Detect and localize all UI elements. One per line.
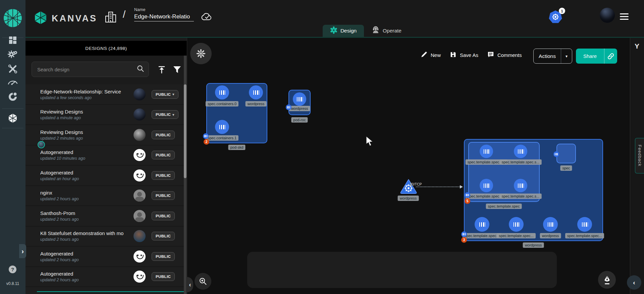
panel-expand-chevron[interactable]: › — [19, 244, 26, 258]
design-owner-avatar — [133, 190, 146, 202]
design-pinwheel-icon — [330, 26, 337, 35]
scrollbar-thumb[interactable] — [184, 84, 186, 178]
k8s-context-switcher[interactable]: 1 — [549, 10, 562, 25]
error-count-badge[interactable]: 5 — [465, 198, 470, 204]
visibility-badge[interactable]: PUBLIC — [152, 212, 175, 220]
design-list-item[interactable]: Autogenerated updated an hour ago PUBLIC — [25, 165, 184, 186]
panel-bottom-accent — [37, 291, 184, 292]
design-list-item[interactable]: Autogenerated updated 2 hours ago PUBLIC — [25, 246, 184, 267]
pod-kind-badge — [553, 151, 559, 157]
node-template-container[interactable] — [514, 179, 527, 192]
design-title: Edge-Network-Relationship: Service — [40, 89, 131, 94]
visibility-badge[interactable]: PUBLIC ▾ — [152, 90, 178, 99]
node-label: spec.template.spec.s... — [500, 159, 542, 165]
new-button[interactable]: New — [420, 51, 441, 59]
design-list-item[interactable]: Santhosh-Prom updated 2 hours ago PUBLIC — [25, 206, 184, 226]
sidebar-item-toolkit[interactable] — [7, 63, 18, 75]
cloud-saved-icon — [201, 12, 213, 23]
mouse-cursor — [366, 136, 374, 147]
sidebar-item-kanvas[interactable] — [7, 113, 18, 124]
node-container-1[interactable] — [215, 120, 229, 134]
container-icon — [478, 221, 486, 227]
design-list-item[interactable]: Autogenerated updated 2 hours ago PUBLIC — [25, 267, 184, 287]
node-spec-template-spec[interactable] — [468, 142, 540, 202]
design-title: Reviewing Designs — [40, 109, 131, 115]
design-owner-avatar — [133, 149, 146, 161]
visibility-badge[interactable]: PUBLIC — [152, 131, 175, 139]
import-design-icon[interactable] — [157, 65, 166, 76]
tab-operate[interactable]: Operate — [364, 25, 409, 37]
sidebar-item-extensions[interactable] — [7, 91, 18, 102]
meshery-logo[interactable] — [3, 8, 22, 29]
design-item-text: Autogenerated updated 2 hours ago — [40, 251, 131, 262]
brand[interactable]: KANVAS — [34, 11, 97, 26]
user-avatar[interactable] — [600, 8, 615, 23]
search-input[interactable] — [37, 67, 137, 72]
visibility-label: PUBLIC — [156, 275, 171, 279]
edge-port-label: 80/TCP — [410, 182, 422, 186]
visibility-badge[interactable]: PUBLIC — [152, 232, 175, 240]
node-deployment-container[interactable] — [509, 217, 524, 232]
organization-icon[interactable] — [105, 11, 117, 25]
container-icon — [512, 221, 521, 227]
header-divider — [0, 37, 644, 38]
design-list-item[interactable]: Autogenerated updated 10 minutes ago PUB… — [25, 145, 184, 166]
visibility-badge[interactable]: PUBLIC — [152, 171, 175, 180]
designs-scrollbar[interactable] — [184, 56, 186, 294]
node-spec[interactable] — [556, 144, 576, 163]
feedback-tab[interactable]: Feedback — [635, 138, 644, 173]
context-count-badge: 1 — [559, 8, 565, 14]
node-container-wordpress[interactable] — [293, 92, 306, 106]
actions-split-button[interactable]: Actions ▾ — [533, 49, 572, 64]
visibility-badge[interactable]: PUBLIC ▾ — [152, 110, 178, 119]
design-item-text: Autogenerated updated an hour ago — [40, 170, 131, 181]
menu-hamburger-icon[interactable] — [620, 13, 629, 21]
node-template-container[interactable] — [480, 179, 493, 192]
visibility-badge[interactable]: PUBLIC — [152, 252, 175, 261]
design-search[interactable] — [32, 62, 149, 77]
design-owner-avatar — [133, 230, 146, 242]
sidebar-item-lifecycle[interactable] — [7, 49, 18, 60]
designs-list: Edge-Network-Relationship: Service updat… — [25, 84, 184, 294]
node-container-wordpress[interactable] — [249, 85, 263, 99]
node-template-container[interactable] — [514, 145, 527, 158]
node-container-0[interactable] — [215, 85, 229, 99]
copy-link-icon[interactable] — [604, 53, 617, 60]
sidebar-item-performance[interactable] — [7, 76, 18, 88]
node-service-wordpress[interactable] — [399, 178, 418, 196]
filter-funnel-icon[interactable] — [172, 65, 182, 76]
visibility-label: PUBLIC — [156, 173, 171, 177]
node-deployment-container[interactable] — [577, 217, 592, 232]
pod-kind-badge — [203, 133, 209, 139]
zoom-button[interactable] — [195, 273, 211, 290]
comments-label: Comments — [497, 52, 522, 58]
visibility-badge[interactable]: PUBLIC — [152, 272, 175, 281]
right-panel-chevron[interactable]: ‹ — [627, 275, 641, 290]
error-count-badge[interactable]: 3 — [461, 237, 467, 243]
error-count-badge[interactable]: 2 — [204, 139, 209, 145]
yaml-panel-toggle[interactable]: Y — [632, 42, 642, 50]
visibility-badge[interactable]: PUBLIC — [152, 191, 175, 200]
node-deployment-container[interactable] — [543, 217, 558, 232]
design-name-input[interactable] — [134, 13, 194, 21]
design-title: Reviewing Designs — [40, 129, 131, 135]
tab-design[interactable]: Design — [323, 25, 364, 37]
design-list-item[interactable]: K8 Statefulset demonstration with mo upd… — [25, 226, 184, 247]
canvas-quick-menu-button[interactable] — [190, 43, 212, 64]
design-list-item[interactable]: nginx updated 2 hours ago PUBLIC — [25, 186, 184, 206]
caret-down-icon[interactable]: ▾ — [561, 54, 572, 59]
save-as-button[interactable]: Save As — [449, 51, 478, 59]
design-list-item[interactable]: Reviewing Designs updated 2 minutes ago … — [25, 125, 184, 145]
sidebar-item-dashboard[interactable] — [7, 34, 18, 46]
node-deployment-container[interactable] — [475, 217, 489, 232]
comments-button[interactable]: Comments — [487, 51, 522, 59]
help-button[interactable]: ? — [9, 266, 16, 273]
node-template-container[interactable] — [480, 145, 493, 158]
y-icon-glyph: Y — [635, 42, 639, 50]
service-edge[interactable] — [416, 187, 462, 187]
design-list-item[interactable]: Reviewing Designs updated a minute ago P… — [25, 105, 184, 125]
visibility-badge[interactable]: PUBLIC — [152, 151, 175, 159]
share-split-button[interactable]: Share — [576, 49, 617, 64]
design-mode-pen-button[interactable] — [598, 271, 616, 289]
design-list-item[interactable]: Edge-Network-Relationship: Service updat… — [25, 84, 184, 105]
